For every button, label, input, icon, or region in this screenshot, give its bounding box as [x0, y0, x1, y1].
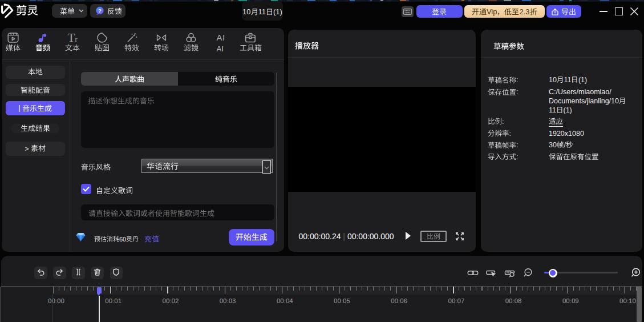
svg-text:?: ? [98, 7, 102, 14]
